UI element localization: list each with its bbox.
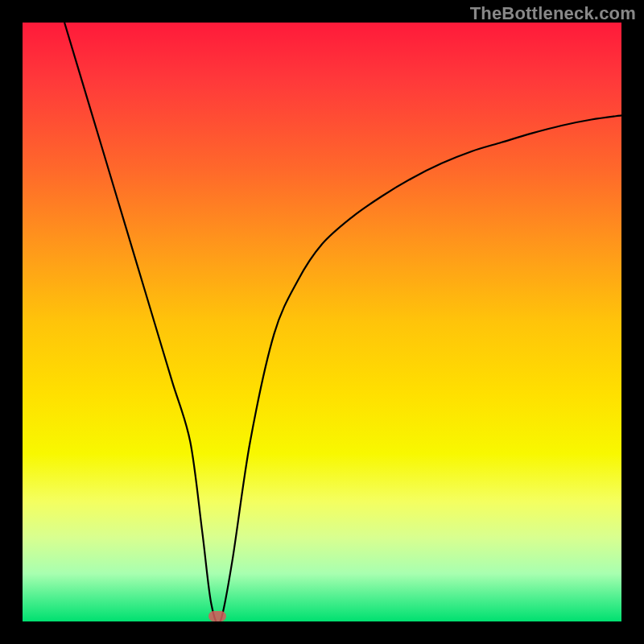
minimum-marker (208, 611, 226, 621)
bottleneck-curve (23, 23, 621, 621)
watermark-text: TheBottleneck.com (470, 3, 636, 24)
chart-plot-area (23, 23, 621, 621)
